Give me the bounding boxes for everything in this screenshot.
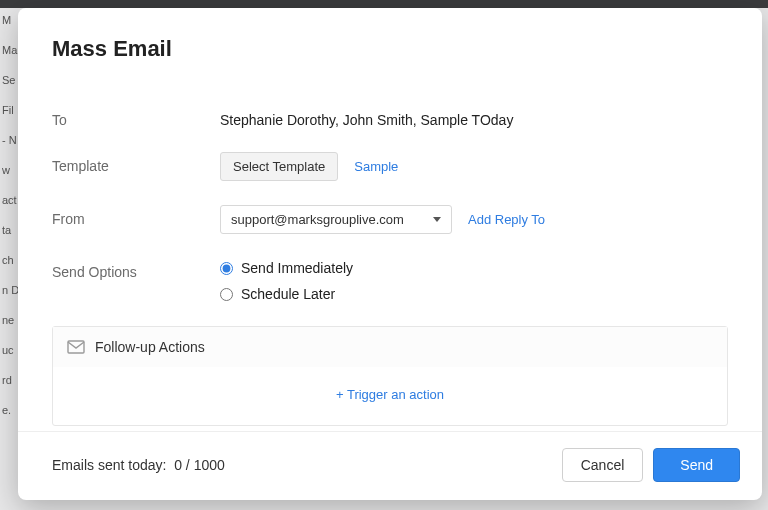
radio-schedule-later[interactable]: Schedule Later — [220, 286, 353, 302]
template-label: Template — [52, 152, 220, 174]
to-value: Stephanie Dorothy, John Smith, Sample TO… — [220, 106, 728, 128]
radio-send-immediately[interactable]: Send Immediately — [220, 260, 353, 276]
from-dropdown[interactable]: support@marksgrouplive.com — [220, 205, 452, 234]
radio-send-immediately-input[interactable] — [220, 262, 233, 275]
browser-top-bar — [0, 0, 768, 8]
sample-template-link[interactable]: Sample — [354, 159, 398, 174]
add-reply-to-link[interactable]: Add Reply To — [468, 212, 545, 227]
select-template-button[interactable]: Select Template — [220, 152, 338, 181]
row-from: From support@marksgrouplive.com Add Repl… — [52, 205, 728, 234]
modal-footer: Emails sent today: 0 / 1000 Cancel Send — [18, 431, 762, 500]
cancel-button[interactable]: Cancel — [562, 448, 644, 482]
trigger-action-link[interactable]: + Trigger an action — [336, 387, 444, 402]
radio-schedule-later-label: Schedule Later — [241, 286, 335, 302]
followup-actions-panel: Follow-up Actions + Trigger an action — [52, 326, 728, 426]
from-label: From — [52, 205, 220, 227]
emails-sent-today: Emails sent today: 0 / 1000 — [52, 457, 225, 473]
to-label: To — [52, 106, 220, 128]
radio-schedule-later-input[interactable] — [220, 288, 233, 301]
send-options-label: Send Options — [52, 258, 220, 280]
followup-title: Follow-up Actions — [95, 339, 205, 355]
followup-header: Follow-up Actions — [53, 327, 727, 367]
background-page-fragments: M Ma Se Fil - N w act ta ch n D ne uc rd… — [0, 8, 18, 510]
radio-send-immediately-label: Send Immediately — [241, 260, 353, 276]
row-template: Template Select Template Sample — [52, 152, 728, 181]
envelope-icon — [67, 340, 85, 354]
chevron-down-icon — [433, 217, 441, 222]
row-to: To Stephanie Dorothy, John Smith, Sample… — [52, 106, 728, 128]
row-send-options: Send Options Send Immediately Schedule L… — [52, 258, 728, 302]
mass-email-modal: Mass Email To Stephanie Dorothy, John Sm… — [18, 8, 762, 500]
from-dropdown-value: support@marksgrouplive.com — [231, 212, 404, 227]
svg-rect-0 — [68, 341, 84, 353]
send-button[interactable]: Send — [653, 448, 740, 482]
modal-title: Mass Email — [52, 36, 728, 62]
